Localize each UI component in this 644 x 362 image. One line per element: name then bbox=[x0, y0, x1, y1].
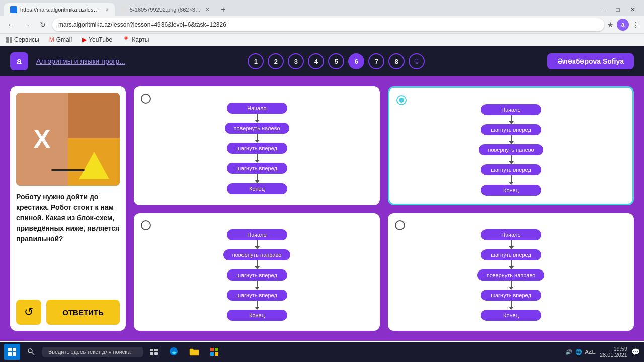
bookmark-youtube-label: YouTube bbox=[89, 36, 112, 43]
fc3-arrow-0 bbox=[257, 240, 258, 246]
fc4-block-1: шагнуть вперед bbox=[481, 249, 541, 260]
svg-rect-11 bbox=[215, 348, 218, 351]
minus-line bbox=[52, 169, 85, 171]
step-6-active[interactable]: 6 bbox=[348, 53, 364, 69]
fc4-arrow-2 bbox=[511, 281, 512, 287]
fc3-arrow-1 bbox=[257, 260, 258, 266]
fc3-block-3: шагнуть вперед bbox=[227, 290, 287, 301]
radio-1[interactable] bbox=[141, 94, 151, 104]
step-8[interactable]: 8 bbox=[388, 53, 405, 69]
radio-2[interactable] bbox=[396, 95, 407, 105]
step-7[interactable]: 7 bbox=[368, 53, 384, 69]
bottom-right-block bbox=[68, 138, 120, 186]
fc1-arrow-0 bbox=[257, 114, 258, 120]
new-tab-button[interactable]: + bbox=[217, 4, 229, 16]
svg-rect-6 bbox=[150, 349, 153, 351]
fc4-arrow-0 bbox=[511, 240, 512, 246]
step-2[interactable]: 2 bbox=[268, 53, 284, 69]
flowchart-1: Начало повернуть налево шагнуть вперед ш… bbox=[142, 103, 372, 194]
address-input[interactable] bbox=[52, 18, 604, 31]
main-content: X Роботу нужно дойти до крестика. Робот … bbox=[0, 76, 644, 341]
svg-rect-2 bbox=[8, 352, 12, 356]
services-grid-icon bbox=[6, 37, 12, 43]
step-1[interactable]: 1 bbox=[248, 53, 264, 69]
bookmark-star-icon[interactable]: ★ bbox=[607, 21, 614, 29]
fc2-arrow-2 bbox=[511, 155, 512, 161]
fc3-arrow-3 bbox=[257, 301, 258, 307]
reset-button[interactable]: ↺ bbox=[16, 300, 41, 325]
answer-button[interactable]: ОТВЕТИТЬ bbox=[46, 300, 120, 325]
svg-rect-12 bbox=[210, 352, 214, 356]
tab-active[interactable]: https://mars.algoritmika.az/less... × bbox=[4, 3, 115, 16]
flowchart-3: Начало повернуть направо шагнуть вперед … bbox=[142, 229, 372, 321]
sys-tray: 🔊 🌐 AZE bbox=[565, 349, 596, 355]
edge-taskbar-icon[interactable] bbox=[165, 343, 183, 361]
smiley-dot[interactable]: ☺ bbox=[409, 53, 425, 69]
network-icon: 🌐 bbox=[575, 349, 582, 355]
windows-icon bbox=[8, 348, 16, 356]
browser-chrome: https://mars.algoritmika.az/less... × 5-… bbox=[0, 0, 644, 46]
lang-indicator: AZE bbox=[585, 349, 596, 355]
question-text: Роботу нужно дойти до крестика. Робот ст… bbox=[16, 192, 120, 294]
maximize-button[interactable]: □ bbox=[611, 5, 625, 15]
taskbar-right: 🔊 🌐 AZE 19:59 28.01.2021 💬 bbox=[565, 346, 640, 358]
fc1-block-2: шагнуть вперед bbox=[227, 143, 287, 154]
fc3-arrow-2 bbox=[257, 281, 258, 287]
bookmark-services[interactable]: Сервисы bbox=[4, 35, 41, 44]
menu-dots-icon[interactable]: ⋮ bbox=[632, 20, 640, 30]
bookmark-services-label: Сервисы bbox=[14, 36, 39, 43]
answer-card-3[interactable]: Начало повернуть направо шагнуть вперед … bbox=[134, 213, 380, 331]
question-buttons: ↺ ОТВЕТИТЬ bbox=[16, 300, 120, 325]
window-controls: – □ ✕ bbox=[596, 5, 640, 15]
fc2-block-2: повернуть налево bbox=[479, 144, 543, 155]
tab2-close-btn[interactable]: × bbox=[206, 6, 209, 13]
search-taskbar[interactable] bbox=[22, 343, 40, 361]
radio-4[interactable] bbox=[395, 220, 405, 230]
flowchart-2: Начало шагнуть вперед повернуть налево ш… bbox=[397, 104, 624, 196]
taskbar: Введите здесь текст для поиска 🔊 🌐 A bbox=[0, 342, 644, 362]
step-4[interactable]: 4 bbox=[308, 53, 324, 69]
fc4-block-3: шагнуть вперед bbox=[481, 290, 541, 301]
profile-icon[interactable]: a bbox=[617, 19, 629, 31]
date-display: 28.01.2021 bbox=[600, 352, 627, 358]
flowchart-4: Начало шагнуть вперед повернуть направо … bbox=[396, 229, 626, 321]
forward-button[interactable]: → bbox=[20, 18, 33, 31]
fc1-block-1: повернуть налево bbox=[225, 123, 289, 134]
step-3[interactable]: 3 bbox=[288, 53, 304, 69]
app-title[interactable]: Алгоритмы и языки прогр... bbox=[36, 57, 125, 65]
tab-label-inactive: 5-1605799292.png (862×360) bbox=[130, 7, 201, 13]
refresh-button[interactable]: ↻ bbox=[36, 18, 49, 31]
close-button[interactable]: ✕ bbox=[626, 5, 640, 15]
tab-close-btn[interactable]: × bbox=[105, 6, 109, 13]
svg-rect-3 bbox=[13, 352, 16, 356]
x-section: X bbox=[16, 93, 68, 186]
answer-card-2[interactable]: Начало шагнуть вперед повернуть налево ш… bbox=[388, 86, 634, 205]
answer-card-4[interactable]: Начало шагнуть вперед повернуть направо … bbox=[388, 213, 634, 331]
store-taskbar-icon[interactable] bbox=[205, 343, 223, 361]
answer-card-1[interactable]: Начало повернуть налево шагнуть вперед ш… bbox=[134, 86, 380, 205]
bookmark-gmail[interactable]: M Gmail bbox=[47, 35, 74, 44]
taskbar-search-box[interactable]: Введите здесь текст для поиска bbox=[42, 347, 143, 357]
bookmark-maps-label: Карты bbox=[132, 36, 149, 43]
task-view-btn[interactable] bbox=[145, 343, 163, 361]
svg-rect-7 bbox=[154, 349, 158, 351]
fc4-arrow-3 bbox=[511, 301, 512, 307]
bookmark-youtube[interactable]: ▶ YouTube bbox=[80, 35, 114, 44]
volume-icon: 🔊 bbox=[565, 349, 572, 355]
radio-3[interactable] bbox=[141, 220, 151, 230]
step-5[interactable]: 5 bbox=[328, 53, 344, 69]
folder-taskbar-icon[interactable] bbox=[185, 343, 203, 361]
fc2-block-3: шагнуть вперед bbox=[481, 164, 541, 175]
minimize-button[interactable]: – bbox=[596, 5, 610, 15]
start-button[interactable] bbox=[4, 344, 20, 360]
user-button[interactable]: Әләкбәрova Sofiya bbox=[547, 53, 634, 69]
back-button[interactable]: ← bbox=[4, 18, 17, 31]
trapezoid-shape bbox=[79, 152, 109, 179]
notification-icon[interactable]: 💬 bbox=[631, 348, 640, 356]
svg-rect-10 bbox=[210, 348, 214, 351]
search-taskbar-icon bbox=[27, 348, 35, 356]
tab-inactive[interactable]: 5-1605799292.png (862×360) × bbox=[115, 3, 215, 16]
bookmark-maps[interactable]: 📍 Карты bbox=[120, 35, 151, 44]
fc2-block-4: Конец bbox=[481, 185, 541, 196]
svg-rect-8 bbox=[150, 352, 153, 355]
